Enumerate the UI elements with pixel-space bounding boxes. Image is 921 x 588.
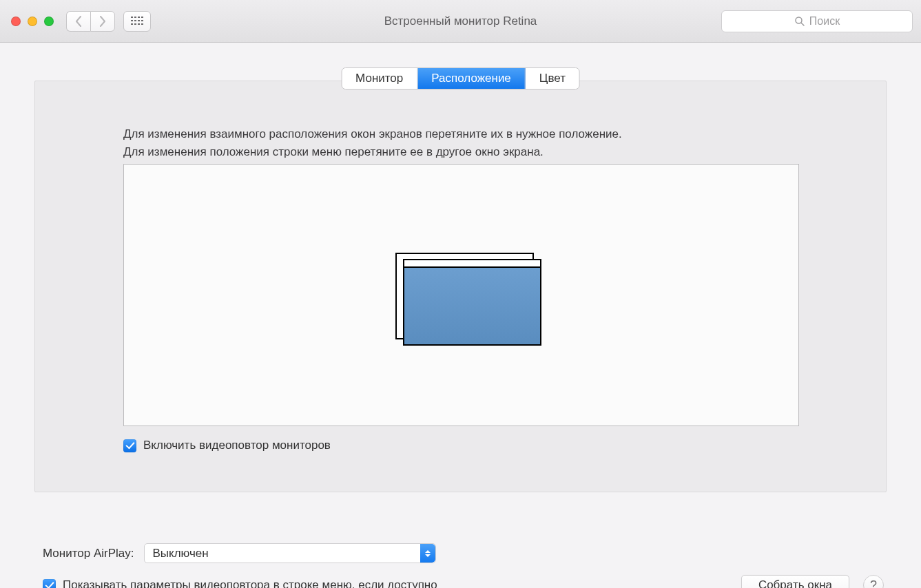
instruction-line-1: Для изменения взаимного расположения око… — [123, 125, 798, 143]
arrangement-area[interactable] — [123, 164, 799, 426]
select-stepper-icon — [420, 544, 435, 563]
back-button[interactable] — [66, 11, 90, 32]
preference-body: Монитор Расположение Цвет Для изменения … — [0, 43, 921, 588]
search-placeholder: Поиск — [809, 15, 840, 28]
gather-windows-label: Собрать окна — [758, 578, 832, 588]
search-icon — [794, 16, 805, 27]
arrangement-panel: Для изменения взаимного расположения око… — [34, 81, 887, 492]
help-button[interactable]: ? — [863, 575, 884, 588]
display-primary[interactable] — [403, 259, 541, 346]
airplay-row: Монитор AirPlay: Выключен — [43, 543, 436, 563]
chevron-right-icon — [99, 16, 106, 27]
show-mirroring-checkbox[interactable] — [43, 579, 56, 589]
show-mirroring-label: Показывать параметры видеоповтора в стро… — [63, 578, 437, 588]
traffic-lights — [11, 17, 54, 26]
close-button[interactable] — [11, 17, 21, 26]
zoom-button[interactable] — [44, 17, 54, 26]
display-primary-screen — [404, 268, 540, 344]
tab-monitor[interactable]: Монитор — [342, 68, 417, 89]
forward-button[interactable] — [90, 11, 115, 32]
grid-icon — [131, 17, 143, 26]
nav-buttons — [66, 11, 115, 32]
search-input[interactable]: Поиск — [721, 10, 913, 32]
tab-color[interactable]: Цвет — [526, 68, 579, 89]
tab-arrangement[interactable]: Расположение — [417, 68, 526, 89]
gather-windows-button[interactable]: Собрать окна — [741, 575, 849, 588]
mirror-row: Включить видеоповтор мониторов — [123, 439, 331, 452]
svg-point-0 — [796, 17, 802, 23]
mirror-label: Включить видеоповтор мониторов — [143, 439, 331, 452]
instructions: Для изменения взаимного расположения око… — [123, 125, 798, 162]
tab-bar: Монитор Расположение Цвет — [341, 67, 580, 90]
show-mirroring-row: Показывать параметры видеоповтора в стро… — [43, 578, 437, 588]
instruction-line-2: Для изменения положения строки меню пере… — [123, 143, 798, 161]
minimize-button[interactable] — [28, 17, 37, 26]
svg-line-1 — [801, 23, 804, 25]
titlebar: Встроенный монитор Retina Поиск — [0, 0, 921, 43]
mirror-checkbox[interactable] — [123, 439, 136, 452]
menu-bar-handle[interactable] — [404, 260, 540, 268]
show-all-button[interactable] — [123, 11, 151, 32]
help-icon: ? — [870, 578, 877, 589]
chevron-left-icon — [75, 16, 82, 27]
airplay-select[interactable]: Выключен — [144, 543, 436, 563]
airplay-label: Монитор AirPlay: — [43, 547, 134, 560]
airplay-value: Выключен — [153, 547, 209, 560]
